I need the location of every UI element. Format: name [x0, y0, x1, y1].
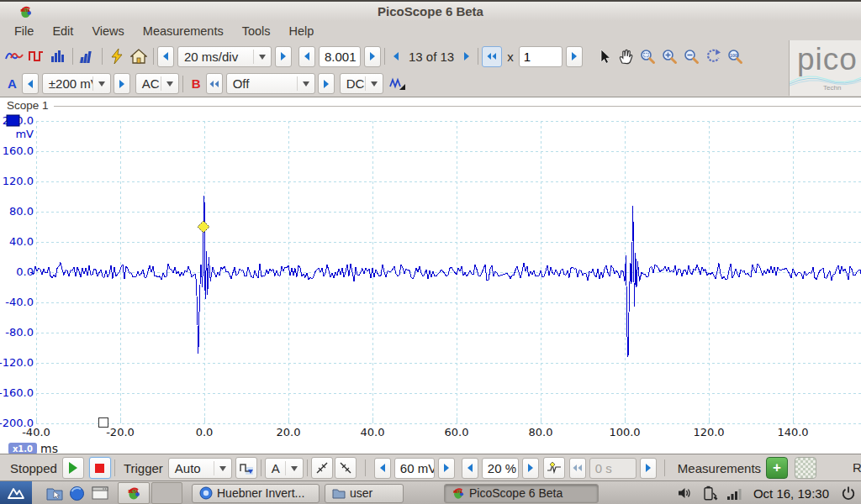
channel-toolbar: A ±200 mV AC B Off DC	[0, 71, 861, 97]
system-tray: Oct 16, 19:30	[678, 486, 856, 501]
volume-icon[interactable]	[678, 486, 693, 501]
trigger-source-select[interactable]: A	[265, 458, 304, 479]
samples-decrease-button[interactable]	[298, 46, 315, 67]
taskbar-window-user[interactable]: user	[325, 484, 404, 503]
svg-text:100: 100	[730, 53, 737, 58]
trigger-level-field[interactable]: 60 mV	[394, 458, 435, 479]
buffer-prev-button[interactable]	[388, 46, 404, 67]
trigger-toolbar: Stopped Trigger Auto A 60 mV 20 %	[0, 454, 861, 481]
folder-icon	[332, 487, 346, 499]
browser-launcher[interactable]	[66, 483, 87, 503]
file-manager-launcher[interactable]	[44, 483, 65, 503]
buffer-next-button[interactable]	[459, 46, 474, 67]
taskbar-window-picoscope[interactable]: BETA PicoScope 6 Beta	[444, 484, 599, 503]
trigger-level-up-button[interactable]	[438, 458, 455, 479]
channel-b-coupling-select[interactable]: DC	[340, 73, 383, 94]
trigger-label: Trigger	[119, 461, 168, 475]
pointer-tool-icon[interactable]	[593, 45, 615, 68]
menu-file[interactable]: File	[5, 21, 43, 42]
channel-a-range-up-button[interactable]	[114, 73, 130, 94]
persistence-mode-icon[interactable]	[77, 45, 98, 68]
picoscope-beta-icon: BETA	[452, 486, 465, 500]
svg-text:BETA: BETA	[453, 490, 462, 494]
timebase-next-button[interactable]	[275, 46, 292, 67]
advanced-trigger-button[interactable]	[235, 457, 257, 479]
start-menu-button[interactable]	[0, 481, 32, 504]
svg-text:40.0: 40.0	[361, 426, 385, 438]
menu-tools[interactable]: Tools	[233, 21, 280, 42]
channel-b-range-select[interactable]: Off	[226, 73, 315, 94]
empty-window-button[interactable]	[151, 482, 182, 504]
battery-icon[interactable]	[701, 486, 718, 501]
scope-view-icon[interactable]	[3, 45, 25, 68]
menu-edit[interactable]: Edit	[43, 21, 82, 42]
title-bar[interactable]: BETA PicoScope 6 Beta	[0, 2, 861, 21]
zoom-out-full-button[interactable]	[482, 46, 502, 67]
pretrigger-down-button[interactable]	[462, 458, 478, 479]
delete-measurement-button	[795, 457, 816, 479]
rising-edge-button[interactable]	[311, 457, 333, 479]
trigger-marker-button[interactable]	[543, 457, 565, 479]
trigger-level-down-button[interactable]	[374, 458, 391, 479]
buffer-position: 13 of 13	[404, 50, 459, 64]
toolbar-separator	[478, 48, 478, 65]
channel-b-range-up-button[interactable]	[318, 73, 335, 94]
trigger-marker-diamond[interactable]	[198, 221, 209, 233]
taskbar-window-huebner[interactable]: Huebner Invert...	[192, 484, 320, 503]
trigger-delay-down-button[interactable]	[569, 458, 586, 479]
toolbar-separator	[307, 459, 308, 476]
clock[interactable]: Oct 16, 19:30	[753, 486, 829, 501]
undo-zoom-icon[interactable]	[702, 45, 724, 68]
stop-capture-button[interactable]	[89, 457, 111, 479]
menu-bar: File Edit Views Measurements Tools Help	[0, 21, 861, 42]
trigger-mode-select[interactable]: Auto	[168, 458, 232, 479]
channel-b-label[interactable]: B	[187, 76, 206, 91]
terminal-launcher[interactable]	[89, 483, 110, 503]
add-measurement-button[interactable]: +	[766, 457, 788, 479]
zoom-increase-button[interactable]	[566, 46, 583, 67]
probe-settings-icon[interactable]	[387, 72, 409, 95]
timebase-select[interactable]: 20 ms/div	[177, 46, 272, 67]
picoscope-launcher[interactable]: BETA	[118, 482, 150, 504]
svg-text:-40.0: -40.0	[5, 296, 34, 308]
hand-pan-tool-icon[interactable]	[615, 45, 637, 68]
scope-plot[interactable]: 200.0160.0120.080.040.00.0-40.0-80.0-120…	[0, 97, 861, 454]
zoom-factor-input[interactable]	[519, 46, 563, 67]
channel-b-range-down-button[interactable]	[206, 73, 223, 94]
menu-help[interactable]: Help	[280, 21, 324, 42]
channel-a-coupling-select[interactable]: AC	[135, 73, 179, 94]
channel-a-range-down-button[interactable]	[22, 73, 39, 94]
channel-a-range-select[interactable]: ±200 mV	[42, 73, 111, 94]
square-wave-view-icon[interactable]	[25, 45, 47, 68]
menu-measurements[interactable]: Measurements	[134, 21, 233, 42]
power-icon[interactable]	[841, 486, 856, 501]
samples-increase-button[interactable]	[364, 46, 381, 67]
zoom-in-tool-icon[interactable]	[658, 45, 680, 68]
home-icon[interactable]	[128, 45, 150, 68]
channel-a-label[interactable]: A	[3, 76, 22, 91]
svg-text:120.0: 120.0	[693, 426, 724, 438]
channel-a-axis-marker[interactable]	[7, 115, 19, 126]
start-logo-icon	[6, 484, 26, 502]
scope-tab-label[interactable]: Scope 1	[7, 99, 49, 112]
svg-text:100.0: 100.0	[609, 426, 640, 438]
network-signal-icon[interactable]	[726, 486, 742, 501]
toolbar-separator	[102, 48, 103, 65]
start-capture-button[interactable]	[62, 457, 84, 479]
zoom-prefix: x	[502, 50, 519, 64]
pretrigger-up-button[interactable]	[522, 458, 539, 479]
spectrum-view-icon[interactable]	[47, 45, 69, 68]
timebase-prev-button[interactable]	[157, 46, 174, 67]
menu-views[interactable]: Views	[82, 21, 133, 42]
pretrigger-field[interactable]: 20 %	[482, 458, 519, 479]
marquee-zoom-tool-icon[interactable]	[637, 45, 658, 68]
falling-edge-button[interactable]	[335, 457, 357, 479]
zoom-out-tool-icon[interactable]	[680, 45, 702, 68]
axis-scale-handle[interactable]	[99, 418, 108, 428]
samples-field[interactable]: 8.001 kS	[319, 46, 361, 67]
trigger-delay-up-button[interactable]	[640, 458, 657, 479]
svg-text:-120.0: -120.0	[0, 356, 34, 369]
svg-text:60.0: 60.0	[445, 426, 469, 438]
zoom-100-icon[interactable]: 100	[724, 45, 746, 68]
auto-setup-icon[interactable]	[106, 45, 128, 68]
